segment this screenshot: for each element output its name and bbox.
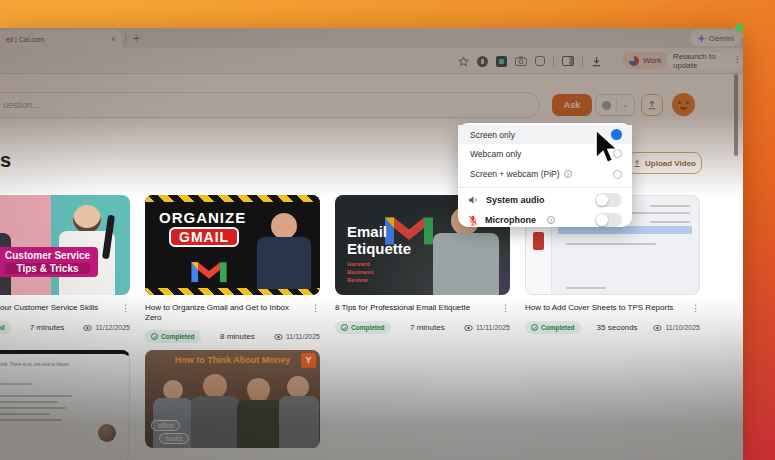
video-thumbnail-money[interactable]: How to Think About Money Y office hours (145, 350, 320, 448)
video-title: our Customer Service Skills (0, 303, 117, 313)
record-dot-icon (602, 101, 611, 110)
gemini-button[interactable]: Gemini (690, 30, 741, 46)
help-icon: ? (564, 170, 572, 178)
menu-toggle-system-audio[interactable]: System audio (458, 190, 632, 210)
thumb-text: Harvard Business Review (347, 261, 381, 284)
person-figure (247, 378, 270, 401)
video-card[interactable]: verything in your world. There is no one… (0, 350, 130, 460)
status-badge: ✓Completed (525, 321, 581, 334)
marketing-backdrop: ell | Cal.com × + Gemini Work (0, 0, 775, 460)
kebab-menu-icon[interactable]: ⋮ (501, 303, 510, 313)
video-duration: 35 seconds (597, 323, 638, 332)
user-avatar[interactable] (672, 93, 695, 116)
gemini-label: Gemini (709, 34, 734, 43)
video-duration: 7 minutes (410, 323, 445, 332)
gmail-logo (187, 253, 231, 287)
toggle-label: System audio (486, 195, 545, 205)
sparkle-icon (697, 34, 706, 43)
status-badge: ✓Completed (335, 321, 391, 334)
ask-question-input[interactable] (0, 92, 540, 118)
page-title-fragment: s (0, 149, 11, 172)
kebab-menu-icon[interactable]: ⋮ (311, 303, 320, 313)
person-figure (287, 376, 309, 398)
option-label: Screen + webcam (PiP) (470, 169, 560, 179)
extension-outline-icon[interactable] (535, 56, 545, 66)
upload-icon (647, 100, 657, 110)
upload-video-label: Upload Video (645, 159, 696, 168)
browser-menu-icon[interactable]: ⋮ (733, 54, 742, 64)
video-card[interactable]: How to Think About Money Y office hours (145, 350, 320, 460)
browser-tab[interactable]: ell | Cal.com × (0, 30, 122, 48)
caution-stripes (145, 288, 320, 295)
ask-bar: Ask ⌄ (0, 75, 743, 127)
thumb-text: Etiquette (347, 240, 411, 257)
dark-extension-icon[interactable] (496, 56, 507, 67)
video-title: How to Add Cover Sheets to TPS Reports (525, 303, 687, 313)
status-badge: ✓Completed (145, 330, 201, 343)
option-label: Webcam only (470, 149, 521, 159)
video-duration: 7 minutes (30, 323, 65, 332)
video-card[interactable]: ORGANIZE GMAIL How to Organize Gmail and… (145, 195, 320, 343)
thumb-text: Customer Service (5, 250, 90, 261)
kebab-menu-icon[interactable]: ⋮ (121, 303, 130, 313)
chip-divider (616, 99, 617, 111)
radio-icon[interactable] (613, 170, 622, 179)
browser-window: ell | Cal.com × + Gemini Work (0, 28, 743, 460)
status-green-dot (736, 24, 743, 31)
toolbar-icons (458, 52, 602, 70)
video-grid-row2: verything in your world. There is no one… (0, 350, 320, 460)
menu-divider (458, 187, 632, 188)
person-figure (271, 213, 297, 239)
thumb-text: ORGANIZE (159, 209, 246, 226)
profile-label: Work (643, 56, 662, 65)
eye-icon (653, 325, 662, 331)
eye-icon (83, 325, 92, 331)
person-figure (73, 205, 101, 233)
bookmark-star-icon[interactable] (458, 56, 469, 67)
profile-chip-work[interactable]: Work (622, 52, 669, 69)
hours-bubble: hours (159, 427, 189, 445)
video-date: 11/11/2025 (464, 324, 510, 331)
record-mode-chip[interactable]: ⌄ (595, 94, 635, 116)
video-card[interactable]: Customer Service Tips & Tricks our Custo… (0, 195, 130, 343)
person-figure (237, 400, 283, 448)
microphone-toggle[interactable] (595, 213, 622, 227)
y-combinator-logo: Y (301, 353, 316, 368)
chevron-down-icon[interactable]: ⌄ (623, 101, 629, 109)
eye-icon (464, 325, 473, 331)
toolbar-divider (553, 56, 554, 67)
option-label: Screen only (470, 130, 515, 140)
relaunch-to-update-button[interactable]: Relaunch to update (666, 52, 743, 69)
tab-close-icon[interactable]: × (111, 34, 116, 44)
upload-icon (633, 159, 641, 168)
profile-avatar-icon (629, 56, 639, 66)
upload-video-button[interactable]: Upload Video (627, 152, 702, 174)
help-icon: ? (547, 216, 555, 224)
video-title: How to Organize Gmail and Get to Inbox Z… (145, 303, 307, 322)
thumb-title: How to Think About Money (145, 355, 320, 365)
kebab-menu-icon[interactable]: ⋮ (691, 303, 700, 313)
person-figure (203, 374, 227, 398)
video-thumbnail-customer-service[interactable]: Customer Service Tips & Tricks (0, 195, 130, 295)
menu-toggle-microphone[interactable]: Microphone ? (458, 210, 632, 230)
video-thumbnail-document[interactable]: verything in your world. There is no one… (0, 350, 130, 460)
caution-stripes (145, 195, 320, 202)
toolbar-divider (582, 56, 583, 67)
person-figure (279, 396, 319, 448)
upload-icon-button[interactable] (641, 94, 663, 116)
video-title: 8 Tips for Professional Email Etiquette (335, 303, 497, 313)
new-tab-button[interactable]: + (133, 32, 139, 44)
thumb-text: Email (347, 223, 411, 240)
side-panel-icon[interactable] (562, 56, 574, 66)
video-date: 11/11/2025 (274, 333, 320, 340)
video-thumbnail-organize-gmail[interactable]: ORGANIZE GMAIL (145, 195, 320, 295)
mock-doc-icon (533, 232, 544, 250)
camera-extension-icon[interactable] (515, 56, 527, 66)
video-date: 11/10/2025 (653, 324, 700, 331)
ask-button[interactable]: Ask (552, 94, 592, 116)
password-extension-icon[interactable] (477, 56, 488, 67)
page-scrollbar[interactable] (734, 74, 738, 156)
system-audio-toggle[interactable] (595, 193, 622, 207)
video-duration: 8 minutes (220, 332, 255, 341)
download-icon[interactable] (591, 56, 602, 67)
